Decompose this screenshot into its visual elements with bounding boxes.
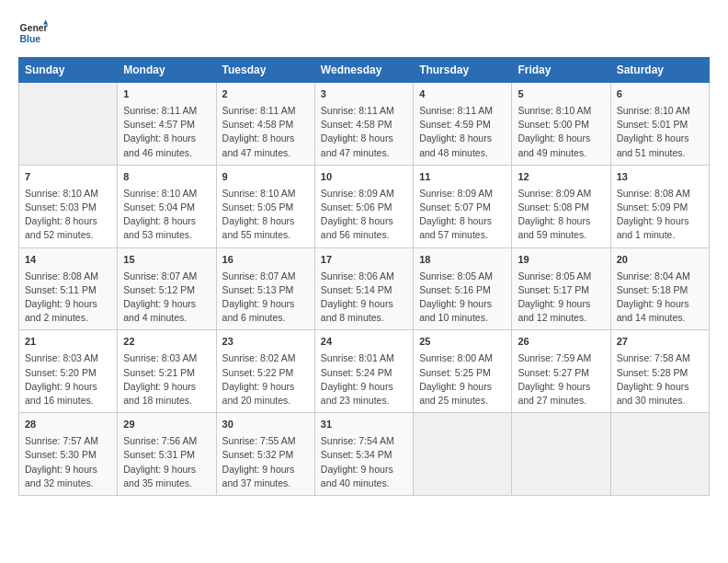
day-number: 11	[419, 170, 506, 185]
calendar-cell: 28Sunrise: 7:57 AMSunset: 5:30 PMDayligh…	[19, 413, 118, 496]
day-content: Sunrise: 8:09 AMSunset: 5:07 PMDaylight:…	[419, 187, 506, 243]
day-number: 15	[123, 253, 210, 268]
day-content: Sunrise: 7:57 AMSunset: 5:30 PMDaylight:…	[25, 434, 111, 490]
calendar-cell: 14Sunrise: 8:08 AMSunset: 5:11 PMDayligh…	[19, 247, 118, 330]
day-number: 4	[419, 87, 506, 102]
day-content: Sunrise: 8:03 AMSunset: 5:21 PMDaylight:…	[123, 351, 210, 408]
day-number: 13	[617, 170, 703, 185]
day-content: Sunrise: 8:10 AMSunset: 5:00 PMDaylight:…	[518, 104, 604, 160]
day-number: 28	[25, 418, 111, 432]
calendar-week-4: 21Sunrise: 8:03 AMSunset: 5:20 PMDayligh…	[19, 330, 710, 413]
day-content: Sunrise: 8:09 AMSunset: 5:08 PMDaylight:…	[518, 187, 604, 243]
calendar-week-2: 7Sunrise: 8:10 AMSunset: 5:03 PMDaylight…	[19, 165, 710, 247]
day-content: Sunrise: 8:10 AMSunset: 5:05 PMDaylight:…	[222, 187, 309, 243]
day-number: 9	[222, 170, 309, 185]
header-thursday: Thursday	[414, 58, 512, 83]
calendar-cell: 9Sunrise: 8:10 AMSunset: 5:05 PMDaylight…	[216, 165, 314, 247]
calendar-cell: 16Sunrise: 8:07 AMSunset: 5:13 PMDayligh…	[216, 247, 314, 330]
day-content: Sunrise: 8:07 AMSunset: 5:12 PMDaylight:…	[123, 270, 210, 326]
day-number: 17	[321, 253, 407, 268]
svg-text:Blue: Blue	[20, 34, 41, 44]
day-number: 18	[419, 253, 506, 268]
calendar-cell: 20Sunrise: 8:04 AMSunset: 5:18 PMDayligh…	[610, 247, 709, 330]
day-content: Sunrise: 7:59 AMSunset: 5:27 PMDaylight:…	[518, 351, 604, 408]
day-number: 7	[25, 170, 111, 185]
calendar-cell: 4Sunrise: 8:11 AMSunset: 4:59 PMDaylight…	[414, 83, 512, 166]
calendar-cell: 25Sunrise: 8:00 AMSunset: 5:25 PMDayligh…	[414, 330, 512, 413]
day-content: Sunrise: 8:08 AMSunset: 5:09 PMDaylight:…	[617, 187, 703, 243]
day-content: Sunrise: 8:10 AMSunset: 5:03 PMDaylight:…	[25, 187, 111, 243]
logo: General Blue	[18, 18, 51, 48]
calendar-cell: 19Sunrise: 8:05 AMSunset: 5:17 PMDayligh…	[512, 247, 610, 330]
calendar-cell: 1Sunrise: 8:11 AMSunset: 4:57 PMDaylight…	[118, 83, 216, 166]
day-content: Sunrise: 8:11 AMSunset: 4:58 PMDaylight:…	[321, 104, 407, 160]
day-number: 8	[123, 170, 210, 185]
day-content: Sunrise: 8:09 AMSunset: 5:06 PMDaylight:…	[321, 187, 407, 243]
calendar-cell: 30Sunrise: 7:55 AMSunset: 5:32 PMDayligh…	[216, 413, 314, 496]
calendar-cell: 17Sunrise: 8:06 AMSunset: 5:14 PMDayligh…	[314, 247, 413, 330]
header-tuesday: Tuesday	[216, 58, 314, 83]
calendar-cell: 6Sunrise: 8:10 AMSunset: 5:01 PMDaylight…	[610, 83, 709, 166]
day-content: Sunrise: 8:06 AMSunset: 5:14 PMDaylight:…	[321, 270, 407, 326]
day-number: 27	[617, 335, 703, 350]
header-wednesday: Wednesday	[314, 58, 413, 83]
calendar-cell: 5Sunrise: 8:10 AMSunset: 5:00 PMDaylight…	[512, 83, 610, 166]
day-content: Sunrise: 7:56 AMSunset: 5:31 PMDaylight:…	[123, 434, 210, 490]
day-number: 1	[123, 87, 210, 102]
calendar-cell: 18Sunrise: 8:05 AMSunset: 5:16 PMDayligh…	[414, 247, 512, 330]
calendar-cell: 29Sunrise: 7:56 AMSunset: 5:31 PMDayligh…	[118, 413, 216, 496]
calendar-week-1: 1Sunrise: 8:11 AMSunset: 4:57 PMDaylight…	[19, 83, 710, 166]
day-number: 24	[321, 335, 407, 350]
calendar-cell: 11Sunrise: 8:09 AMSunset: 5:07 PMDayligh…	[414, 165, 512, 247]
day-number: 22	[123, 335, 210, 350]
calendar-cell: 27Sunrise: 7:58 AMSunset: 5:28 PMDayligh…	[610, 330, 709, 413]
day-number: 5	[518, 87, 604, 102]
day-content: Sunrise: 8:05 AMSunset: 5:17 PMDaylight:…	[518, 270, 604, 326]
calendar-cell: 26Sunrise: 7:59 AMSunset: 5:27 PMDayligh…	[512, 330, 610, 413]
day-number: 30	[222, 418, 309, 432]
calendar-cell: 21Sunrise: 8:03 AMSunset: 5:20 PMDayligh…	[19, 330, 118, 413]
day-content: Sunrise: 8:10 AMSunset: 5:04 PMDaylight:…	[123, 187, 210, 243]
calendar-table: SundayMondayTuesdayWednesdayThursdayFrid…	[18, 57, 710, 496]
calendar-cell: 7Sunrise: 8:10 AMSunset: 5:03 PMDaylight…	[19, 165, 118, 247]
day-content: Sunrise: 8:08 AMSunset: 5:11 PMDaylight:…	[25, 270, 111, 326]
day-number: 26	[518, 335, 604, 350]
day-number: 10	[321, 170, 407, 185]
day-content: Sunrise: 7:58 AMSunset: 5:28 PMDaylight:…	[617, 351, 703, 408]
day-number: 21	[25, 335, 111, 350]
day-content: Sunrise: 7:55 AMSunset: 5:32 PMDaylight:…	[222, 434, 309, 490]
calendar-cell: 13Sunrise: 8:08 AMSunset: 5:09 PMDayligh…	[610, 165, 709, 247]
calendar-cell: 10Sunrise: 8:09 AMSunset: 5:06 PMDayligh…	[314, 165, 413, 247]
day-number: 16	[222, 253, 309, 268]
page-header: General Blue	[18, 18, 710, 48]
day-content: Sunrise: 8:11 AMSunset: 4:58 PMDaylight:…	[222, 104, 309, 160]
day-number: 20	[617, 253, 703, 268]
day-number: 19	[518, 253, 604, 268]
calendar-cell: 3Sunrise: 8:11 AMSunset: 4:58 PMDaylight…	[314, 83, 413, 166]
day-content: Sunrise: 8:03 AMSunset: 5:20 PMDaylight:…	[25, 351, 111, 408]
day-number: 25	[419, 335, 506, 350]
header-friday: Friday	[512, 58, 610, 83]
calendar-cell	[414, 413, 512, 496]
logo-icon: General Blue	[18, 18, 48, 48]
day-number: 31	[321, 418, 407, 432]
calendar-cell: 2Sunrise: 8:11 AMSunset: 4:58 PMDaylight…	[216, 83, 314, 166]
calendar-cell: 15Sunrise: 8:07 AMSunset: 5:12 PMDayligh…	[118, 247, 216, 330]
day-number: 2	[222, 87, 309, 102]
svg-text:General: General	[20, 23, 48, 33]
header-saturday: Saturday	[610, 58, 709, 83]
calendar-cell: 23Sunrise: 8:02 AMSunset: 5:22 PMDayligh…	[216, 330, 314, 413]
day-content: Sunrise: 8:11 AMSunset: 4:59 PMDaylight:…	[419, 104, 506, 160]
day-content: Sunrise: 8:00 AMSunset: 5:25 PMDaylight:…	[419, 351, 506, 408]
day-number: 29	[123, 418, 210, 432]
day-content: Sunrise: 8:04 AMSunset: 5:18 PMDaylight:…	[617, 270, 703, 326]
header-sunday: Sunday	[19, 58, 118, 83]
day-number: 14	[25, 253, 111, 268]
day-content: Sunrise: 8:11 AMSunset: 4:57 PMDaylight:…	[123, 104, 210, 160]
calendar-week-5: 28Sunrise: 7:57 AMSunset: 5:30 PMDayligh…	[19, 413, 710, 496]
calendar-cell: 31Sunrise: 7:54 AMSunset: 5:34 PMDayligh…	[314, 413, 413, 496]
header-monday: Monday	[118, 58, 216, 83]
calendar-cell: 24Sunrise: 8:01 AMSunset: 5:24 PMDayligh…	[314, 330, 413, 413]
day-number: 3	[321, 87, 407, 102]
day-number: 12	[518, 170, 604, 185]
